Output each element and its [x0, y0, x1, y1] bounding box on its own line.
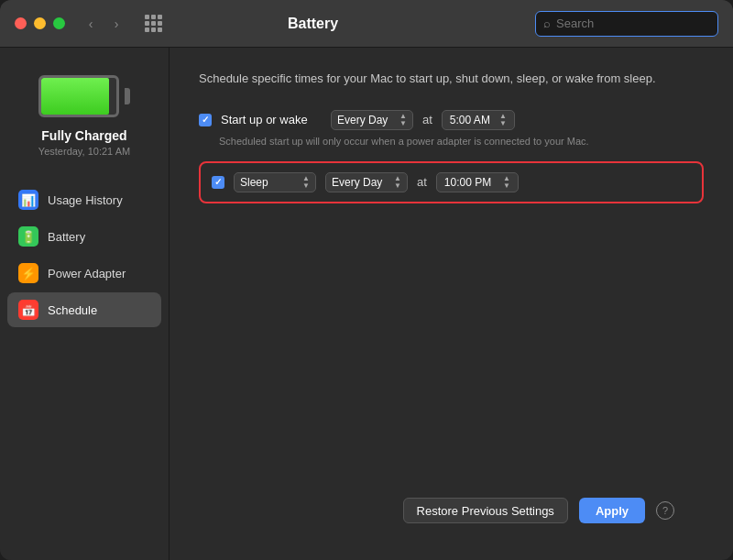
sleep-time-select[interactable]: 10:00 PM ▲ ▼	[436, 172, 519, 192]
sidebar-item-power-adapter[interactable]: ⚡ Power Adapter	[7, 256, 161, 291]
usage-history-icon: 📊	[18, 190, 38, 210]
sleep-frequency-value: Every Day	[332, 176, 382, 189]
sleep-action-chevrons: ▲ ▼	[302, 175, 310, 190]
minimize-button[interactable]	[34, 17, 46, 29]
sleep-frequency-chevrons: ▲ ▼	[394, 175, 401, 190]
chevron-down-icon: ▼	[399, 120, 407, 127]
sleep-time-value: 10:00 PM	[444, 176, 491, 189]
battery-body	[38, 75, 119, 117]
sleep-row: ✓ Sleep ▲ ▼ Every Day ▲ ▼ at	[199, 161, 704, 203]
chevron-down-icon: ▼	[302, 182, 310, 190]
chevron-down-icon: ▼	[394, 182, 401, 190]
main-content: Fully Charged Yesterday, 10:21 AM 📊 Usag…	[0, 48, 733, 560]
main-window: ‹ › Battery ⌕	[0, 0, 733, 560]
back-button[interactable]: ‹	[80, 13, 102, 35]
sleep-at-label: at	[417, 175, 427, 189]
startup-frequency-select[interactable]: Every Day ▲ ▼	[331, 110, 413, 130]
sidebar-nav: 📊 Usage History 🔋 Battery ⚡ Power Adapte…	[0, 182, 169, 327]
startup-row: ✓ Start up or wake Every Day ▲ ▼ at 5:00…	[199, 110, 704, 130]
help-button[interactable]: ?	[656, 501, 674, 520]
sidebar-item-label: Schedule	[48, 303, 97, 317]
sleep-action-select[interactable]: Sleep ▲ ▼	[234, 172, 316, 192]
startup-at-label: at	[422, 113, 432, 126]
apply-button[interactable]: Apply	[579, 498, 645, 523]
battery-fill	[41, 78, 109, 115]
startup-time-value: 5:00 AM	[450, 114, 490, 126]
sleep-action-value: Sleep	[240, 176, 268, 189]
startup-time-select[interactable]: 5:00 AM ▲ ▼	[442, 110, 515, 130]
search-input[interactable]	[556, 16, 710, 30]
description-text: Schedule specific times for your Mac to …	[199, 70, 657, 88]
maximize-button[interactable]	[53, 17, 65, 29]
startup-checkbox[interactable]: ✓	[199, 114, 212, 126]
sidebar-item-usage-history[interactable]: 📊 Usage History	[7, 182, 161, 217]
chevron-down-icon: ▼	[499, 120, 507, 127]
titlebar: ‹ › Battery ⌕	[0, 0, 733, 48]
sidebar-item-label: Battery	[48, 230, 85, 244]
sidebar-item-schedule[interactable]: 📅 Schedule	[7, 292, 161, 327]
battery-charge-label: Fully Charged	[41, 128, 126, 143]
startup-frequency-value: Every Day	[337, 114, 388, 126]
traffic-lights	[15, 17, 65, 29]
power-adapter-icon: ⚡	[18, 263, 38, 283]
startup-note: Scheduled start up will only occur when …	[199, 136, 704, 147]
sleep-frequency-select[interactable]: Every Day ▲ ▼	[325, 172, 408, 192]
sidebar-item-label: Usage History	[48, 193, 123, 207]
battery-time-label: Yesterday, 10:21 AM	[38, 146, 130, 157]
battery-nub	[125, 88, 130, 104]
sleep-checkbox[interactable]: ✓	[212, 176, 224, 189]
check-icon: ✓	[214, 177, 222, 187]
sleep-time-chevrons: ▲ ▼	[503, 175, 510, 190]
close-button[interactable]	[15, 17, 27, 29]
restore-button[interactable]: Restore Previous Settings	[403, 498, 568, 523]
battery-status: Fully Charged Yesterday, 10:21 AM	[0, 62, 169, 168]
search-box[interactable]: ⌕	[535, 11, 718, 37]
battery-graphic	[38, 73, 130, 119]
chevron-down-icon: ▼	[503, 182, 510, 190]
sidebar-item-battery[interactable]: 🔋 Battery	[7, 219, 161, 254]
sidebar-item-label: Power Adapter	[48, 267, 126, 280]
check-icon: ✓	[202, 115, 209, 125]
search-icon: ⌕	[543, 16, 551, 30]
startup-frequency-chevrons: ▲ ▼	[399, 113, 407, 127]
content-area: Schedule specific times for your Mac to …	[170, 48, 733, 560]
window-title: Battery	[102, 16, 524, 32]
bottom-bar: Restore Previous Settings Apply ?	[199, 483, 704, 538]
schedule-icon: 📅	[18, 300, 38, 320]
battery-icon: 🔋	[18, 226, 38, 247]
startup-label: Start up or wake	[221, 113, 322, 126]
sidebar: Fully Charged Yesterday, 10:21 AM 📊 Usag…	[0, 48, 170, 560]
startup-time-chevrons: ▲ ▼	[499, 113, 507, 127]
